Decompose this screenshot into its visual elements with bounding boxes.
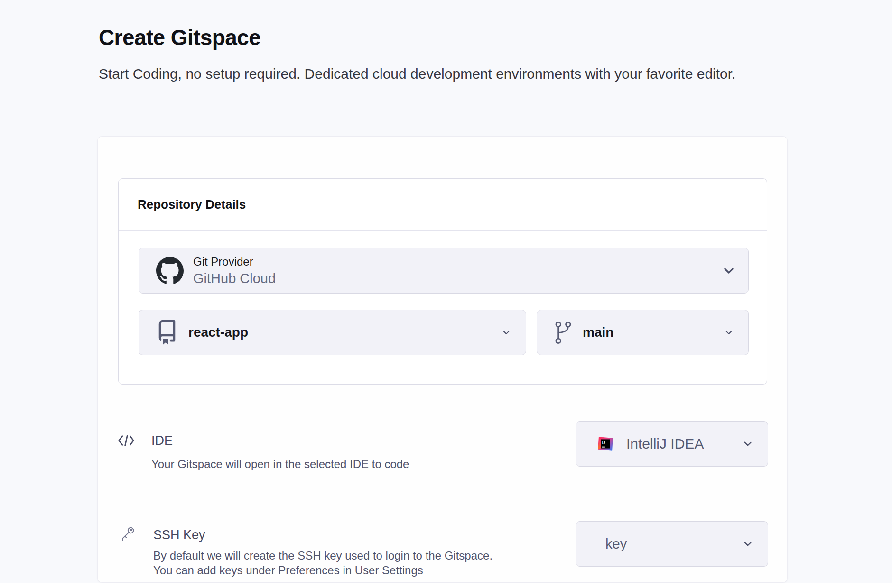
repository-details-card: Repository Details Git Provider GitHub C… [118, 178, 767, 385]
page-title: Create Gitspace [99, 25, 260, 50]
ssh-key-selected-value: key [605, 536, 627, 552]
chevron-down-icon [501, 327, 511, 338]
ssh-key-description-line2: You can add keys under Preferences in Us… [153, 564, 423, 577]
svg-text:IJ: IJ [602, 440, 605, 445]
chevron-down-icon [742, 538, 753, 550]
intellij-idea-logo-icon: IJ [597, 435, 614, 452]
gitspace-form-card: Repository Details Git Provider GitHub C… [97, 136, 788, 583]
git-branch-icon [554, 320, 572, 345]
branch-value: main [583, 325, 613, 340]
repository-details-heading: Repository Details [138, 197, 246, 212]
repository-select[interactable]: react-app [139, 310, 526, 355]
code-icon [117, 433, 135, 448]
chevron-down-icon [742, 438, 753, 450]
ssh-key-select[interactable]: key [576, 521, 768, 567]
ide-description: Your Gitspace will open in the selected … [151, 457, 409, 471]
git-provider-select[interactable]: Git Provider GitHub Cloud [139, 248, 749, 294]
ide-label: IDE [151, 433, 173, 448]
git-provider-text: Git Provider GitHub Cloud [193, 255, 276, 286]
repository-value: react-app [188, 325, 248, 340]
repository-details-header: Repository Details [119, 179, 767, 231]
git-provider-value: GitHub Cloud [193, 271, 276, 286]
ssh-key-description-line1: By default we will create the SSH key us… [153, 549, 492, 562]
page-subtitle: Start Coding, no setup required. Dedicat… [99, 64, 735, 84]
ide-select[interactable]: IJ IntelliJ IDEA [576, 421, 768, 467]
key-icon [119, 525, 136, 542]
ssh-key-label: SSH Key [153, 528, 205, 542]
repo-book-icon [156, 320, 178, 345]
ssh-key-description: By default we will create the SSH key us… [153, 548, 492, 578]
chevron-down-icon [724, 327, 734, 338]
ide-selected-value: IntelliJ IDEA [626, 436, 704, 452]
git-provider-label: Git Provider [193, 255, 276, 268]
github-icon [156, 257, 184, 285]
branch-select[interactable]: main [537, 310, 749, 355]
bottom-white-band [0, 583, 892, 588]
create-gitspace-page: Create Gitspace Start Coding, no setup r… [0, 0, 892, 588]
chevron-down-icon [722, 264, 736, 278]
